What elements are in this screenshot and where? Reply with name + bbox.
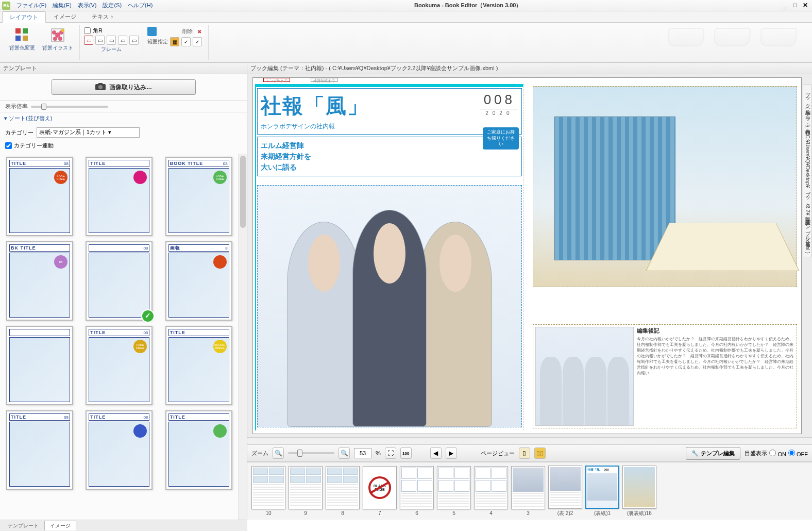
prev-page-button[interactable]: ◀: [430, 447, 442, 459]
template-thumbnail[interactable]: TITLE08FAKE FREE: [6, 157, 73, 236]
palette-icon: [14, 27, 30, 43]
corner-r-checkbox[interactable]: 角R: [84, 27, 139, 35]
pageview-label: ページビュー: [481, 450, 515, 457]
frame-style-2-icon[interactable]: ▭: [95, 36, 105, 45]
next-page-button[interactable]: ▶: [446, 447, 457, 459]
template-scrollbar[interactable]: [239, 154, 247, 520]
page-thumbnail-strip: 1098BLANK PAGE76543(表 2)2社報「風」 008(表紙)1(…: [247, 462, 812, 520]
svg-point-10: [61, 29, 64, 32]
page-thumbnail[interactable]: (裏表紙)16: [622, 466, 656, 517]
minimize-button[interactable]: ‗: [780, 2, 789, 10]
editor-note-box[interactable]: 編集後記 今月の社内報いかがでしたか？ 経営陣の来期経営指針をわかりやすく伝える…: [533, 324, 797, 428]
page-thumbnail[interactable]: 8: [326, 466, 360, 516]
zoom-fit-button[interactable]: ⛶: [385, 447, 396, 459]
ribbon-tab-layout[interactable]: レイアウト: [2, 11, 46, 23]
canvas-area[interactable]: トンボ外まで 推奨領域まで 社報「風」 008 2020 ホンラボデザインの社内…: [247, 74, 812, 437]
frame-style-4-icon[interactable]: ▭: [118, 36, 127, 45]
cover-title: 社報「風」: [261, 92, 369, 120]
template-thumbnail[interactable]: TITLE08FAKE FREE: [86, 326, 153, 405]
template-thumbnail[interactable]: TITLE08: [86, 410, 153, 490]
template-thumbnail[interactable]: TITLE: [86, 157, 153, 236]
category-select[interactable]: 表紙-マガジン系｜1カット ▾: [37, 127, 140, 138]
cover-page[interactable]: 社報「風」 008 2020 ホンラボデザインの社内報 ご家庭にお持ち帰りくださ…: [255, 84, 523, 430]
page-thumbnail-label: 9: [304, 510, 307, 516]
canvas-side-tab[interactable]: ブック編集 (テーマ：社内報) - ( C:¥Users¥Q¥Desktop¥ブ…: [803, 85, 812, 257]
ribbon-tabs: レイアウト イメージ テキスト: [0, 11, 812, 23]
template-thumbnail[interactable]: 08: [86, 241, 153, 321]
import-images-button[interactable]: 画像取り込み...: [52, 79, 196, 95]
bottom-tab-template[interactable]: テンプレート: [2, 521, 44, 531]
ribbon-tab-image[interactable]: イメージ: [46, 11, 84, 22]
frame-style-1-icon[interactable]: ▭: [84, 36, 93, 45]
delete-icon[interactable]: ✖: [195, 27, 204, 36]
menu-help[interactable]: ヘルプ(H): [125, 1, 156, 10]
range-opt-2-icon[interactable]: ✓: [181, 37, 191, 46]
grid-off-radio[interactable]: OFF: [788, 450, 808, 457]
pageview-single-button[interactable]: ▯: [519, 447, 530, 459]
cover-main-photo[interactable]: [257, 185, 522, 427]
menu-edit[interactable]: 編集(E): [49, 1, 75, 10]
page-thumbnail[interactable]: 5: [437, 466, 471, 516]
template-zoom-slider[interactable]: [31, 106, 108, 108]
page-thumbnail[interactable]: 4: [474, 466, 508, 516]
template-edit-button[interactable]: 🔧 テンプレ編集: [686, 447, 740, 460]
bg-color-button[interactable]: 背景色変更: [7, 26, 37, 53]
page-thumbnail[interactable]: 9: [289, 466, 323, 516]
range-opt-1-icon[interactable]: ▦: [170, 37, 179, 46]
template-thumbnail[interactable]: TITLE08: [6, 410, 73, 490]
zoom-value-input[interactable]: [354, 448, 371, 458]
zoom-slider[interactable]: [288, 452, 334, 454]
template-thumbnail[interactable]: 画報8: [165, 241, 232, 321]
bg-illust-button[interactable]: 背景イラスト: [40, 26, 75, 53]
sort-expander[interactable]: ソート(並び替え): [0, 112, 247, 124]
page-spread[interactable]: トンボ外まで 推奨領域まで 社報「風」 008 2020 ホンラボデザインの社内…: [252, 77, 802, 434]
grid-on-radio[interactable]: ON: [769, 450, 786, 457]
corner-r-label: 角R: [93, 27, 103, 35]
page-thumbnail-label: 4: [489, 510, 493, 516]
category-link-checkbox[interactable]: [5, 142, 12, 149]
svg-point-8: [58, 37, 62, 41]
zoom-in-button[interactable]: 🔍: [339, 447, 350, 459]
zoom-label: ズーム: [251, 450, 268, 457]
page-thumbnail[interactable]: (表 2)2: [548, 466, 582, 517]
editor-note-body: 今月の社内報いかがでしたか？ 経営陣の来期経営指針をわかりやすく伝えるため、社内…: [637, 336, 794, 376]
template-thumbnail[interactable]: BOOK TITLE08FAKE FREE: [165, 157, 232, 236]
frame-style-3-icon[interactable]: ▭: [107, 36, 116, 45]
app-icon: Bk: [2, 2, 10, 10]
menu-view[interactable]: 表示(V): [75, 1, 100, 10]
template-thumbnail[interactable]: TITLESPCIAL ISSUE: [165, 326, 232, 405]
maximize-button[interactable]: □: [790, 2, 800, 10]
page-thumbnail[interactable]: 10: [251, 466, 285, 516]
editor-note-title: 編集後記: [637, 327, 794, 335]
zoom-100-button[interactable]: 100: [400, 447, 412, 459]
pageview-spread-button[interactable]: ▯▯: [534, 447, 546, 459]
close-button[interactable]: ✕: [801, 2, 810, 10]
ribbon-tab-text[interactable]: テキスト: [84, 11, 122, 22]
range-marker-icon[interactable]: [147, 27, 157, 36]
menu-file[interactable]: ファイル(F): [13, 1, 49, 10]
cover-year: 2020: [480, 109, 518, 116]
delete-label: 削除: [182, 28, 193, 35]
editor-note-photo[interactable]: [535, 327, 634, 426]
page-thumbnail-label: 8: [341, 510, 344, 516]
ruler-marker-right: 推奨領域まで: [311, 78, 337, 82]
template-thumbnail[interactable]: TITLE: [165, 410, 232, 490]
canvas-hscroll[interactable]: [247, 437, 812, 444]
page-thumbnail[interactable]: 3: [511, 466, 545, 516]
page-thumbnail[interactable]: 6: [400, 466, 434, 516]
svg-point-12: [98, 85, 103, 89]
page-thumbnail[interactable]: BLANK PAGE7: [363, 466, 397, 516]
cover-issue-number: 008: [480, 92, 518, 109]
canvas-title: ブック編集 (テーマ：社内報) - ( C:¥Users¥Q¥Desktop¥ブ…: [247, 63, 812, 74]
page-thumbnail[interactable]: 社報「風」 008(表紙)1: [585, 466, 619, 517]
architecture-photo[interactable]: [533, 86, 797, 287]
zoom-out-button[interactable]: 🔍: [273, 447, 284, 459]
template-thumbnail[interactable]: BK TITLE08: [6, 241, 73, 321]
menu-settings[interactable]: 設定(S): [99, 1, 125, 10]
back-cover-page[interactable]: 編集後記 今月の社内報いかがでしたか？ 経営陣の来期経営指針をわかりやすく伝える…: [531, 84, 799, 430]
frame-style-5-icon[interactable]: ▭: [129, 36, 139, 45]
range-opt-3-icon[interactable]: ✓: [193, 37, 202, 46]
bottom-tab-image[interactable]: イメージ: [44, 521, 76, 530]
page-thumbnail-label: 3: [527, 510, 530, 516]
template-thumbnail[interactable]: [6, 326, 73, 405]
